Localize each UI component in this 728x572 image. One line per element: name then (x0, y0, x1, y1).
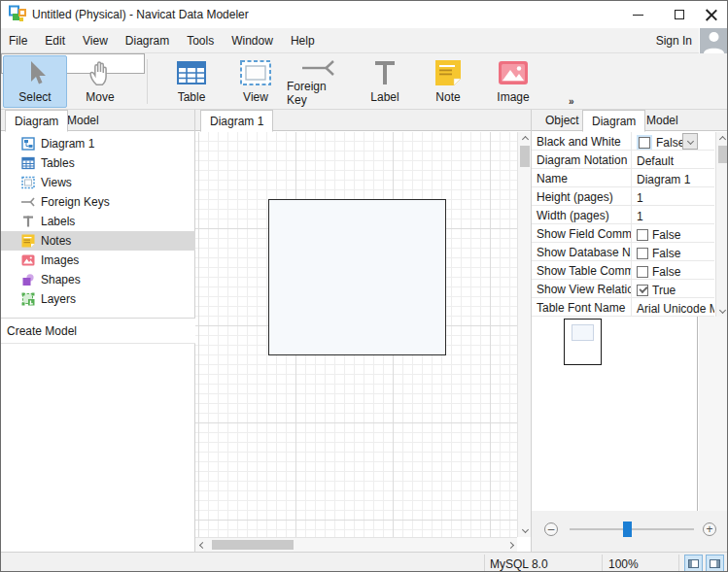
title-bar: Untitled (Physical) - Navicat Data Model… (1, 1, 727, 28)
menu-window[interactable]: Window (223, 28, 282, 52)
black-and-white-checkbox[interactable] (639, 137, 650, 149)
minimize-icon (633, 15, 643, 16)
toolbar-separator (147, 59, 148, 104)
table-tool-button[interactable]: Table (159, 55, 224, 108)
property-value: Arial Unicode MS (637, 302, 714, 316)
menu-file[interactable]: File (1, 28, 36, 52)
view-tool-button[interactable]: View (224, 55, 288, 108)
property-row-height-pages[interactable]: Height (pages) 1 (532, 187, 714, 206)
menu-help[interactable]: Help (282, 28, 324, 52)
tree-item-notes[interactable]: Notes (1, 231, 195, 251)
scroll-up-icon[interactable] (518, 134, 532, 144)
scroll-down-icon[interactable] (716, 305, 728, 315)
property-value: False (656, 136, 684, 150)
combo-dropdown-icon[interactable] (682, 133, 698, 150)
show-view-relations-checkbox[interactable] (637, 285, 648, 296)
select-tool-button[interactable]: Select (3, 55, 67, 108)
diagram-canvas[interactable] (195, 132, 517, 537)
scroll-up-icon[interactable] (716, 134, 728, 144)
horizontal-scroll-thumb[interactable] (212, 540, 294, 550)
scroll-right-icon[interactable] (505, 538, 515, 552)
tree-item-views[interactable]: Views (1, 173, 195, 192)
tree-item-layers[interactable]: Layers (1, 289, 195, 309)
tab-diagram1-canvas[interactable]: Diagram 1 (200, 110, 273, 132)
diagram-icon (21, 137, 35, 151)
tree-item-tables[interactable]: Tables (1, 153, 195, 173)
property-row-table-font-name[interactable]: Table Font Name Arial Unicode MS (532, 298, 714, 317)
zoom-slider-bar: – + (532, 511, 728, 552)
zoom-slider-handle[interactable] (623, 522, 632, 537)
toolbar-overflow-icon[interactable]: » (569, 96, 574, 107)
tree-item-label: Notes (41, 234, 71, 248)
tool-label: View (243, 90, 268, 104)
tool-label: Table (178, 90, 206, 104)
status-bar: MySQL 8.0 100% (1, 552, 727, 572)
show-field-comment-checkbox[interactable] (637, 229, 648, 241)
image-tool-button[interactable]: Image (481, 55, 545, 108)
tree-item-label: Tables (41, 156, 75, 170)
properties-scroll-thumb[interactable] (718, 146, 728, 163)
zoom-slider-track[interactable] (570, 528, 694, 530)
close-button[interactable] (695, 1, 728, 28)
properties-scrollbar[interactable] (715, 132, 728, 317)
create-model-section[interactable]: Create Model (1, 318, 195, 344)
tab-diagram-left[interactable]: Diagram (5, 110, 68, 132)
tree-item-images[interactable]: Images (1, 251, 195, 270)
zoom-out-button[interactable]: – (544, 522, 558, 536)
tree-item-foreign-keys[interactable]: Foreign Keys (1, 192, 195, 212)
tree-item-label: Views (41, 176, 72, 189)
tree-item-shapes[interactable]: Shapes (1, 270, 195, 289)
note-shape[interactable] (268, 199, 446, 355)
property-row-show-view-relations: Show View Relations True (532, 280, 714, 298)
toggle-right-panel-button[interactable] (706, 555, 724, 572)
explorer-panel: Diagram Model Diagram 1 Tables Views For… (1, 110, 195, 552)
left-panel-icon (688, 559, 699, 568)
canvas-tabs: Diagram 1 (195, 110, 531, 131)
tool-label: Select (18, 90, 51, 104)
properties-panel: Object Diagram Model Black and White Fal… (531, 110, 728, 552)
scroll-left-icon[interactable] (197, 538, 207, 552)
preview-side-track (699, 317, 728, 511)
show-table-comment-checkbox[interactable] (637, 266, 648, 278)
property-row-name[interactable]: Name Diagram 1 (532, 169, 714, 187)
tab-diagram-right[interactable]: Diagram (582, 110, 645, 132)
maximize-button[interactable] (663, 1, 696, 28)
move-tool-button[interactable]: Move (68, 55, 132, 108)
property-value: Default (637, 154, 674, 168)
zoom-in-button[interactable]: + (703, 522, 716, 536)
avatar[interactable] (699, 28, 727, 53)
minimize-button[interactable] (621, 1, 654, 28)
zoom-level-label: 100% (608, 557, 639, 571)
tree-item-labels[interactable]: Labels (1, 212, 195, 231)
property-value: Diagram 1 (637, 173, 690, 186)
vertical-scroll-thumb[interactable] (520, 146, 530, 167)
foreign-key-tool-button[interactable]: Foreign Key (286, 55, 350, 108)
property-row-show-table-comment: Show Table Comment False (532, 261, 714, 280)
property-value: 1 (637, 210, 643, 223)
tree-item-label: Shapes (41, 273, 81, 286)
property-row-show-database-name: Show Database Name False (532, 243, 714, 261)
vertical-scrollbar[interactable] (517, 132, 531, 537)
label-tool-button[interactable]: Label (353, 55, 417, 108)
property-row-show-field-comment: Show Field Comment False (532, 224, 714, 243)
menu-view[interactable]: View (74, 28, 117, 52)
statusbar-divider (484, 555, 485, 572)
tab-object[interactable]: Object (536, 110, 589, 131)
menu-edit[interactable]: Edit (36, 28, 74, 52)
sign-in-link[interactable]: Sign In (656, 34, 692, 48)
menu-diagram[interactable]: Diagram (117, 28, 178, 52)
menu-tools[interactable]: Tools (178, 28, 223, 52)
tool-label: Note (435, 90, 460, 104)
property-value: True (652, 284, 676, 297)
toggle-left-panel-button[interactable] (684, 555, 703, 572)
note-tool-button[interactable]: Note (416, 55, 480, 108)
tool-label: Foreign Key (287, 80, 349, 107)
property-value: False (652, 265, 680, 279)
property-row-diagram-notation[interactable]: Diagram Notation Default (532, 151, 714, 169)
scroll-down-icon[interactable] (518, 524, 532, 534)
property-row-width-pages[interactable]: Width (pages) 1 (532, 206, 714, 224)
tree-item-diagram1[interactable]: Diagram 1 (1, 134, 195, 153)
horizontal-scrollbar[interactable] (195, 537, 517, 552)
close-icon (706, 9, 717, 20)
show-database-name-checkbox[interactable] (637, 248, 648, 259)
